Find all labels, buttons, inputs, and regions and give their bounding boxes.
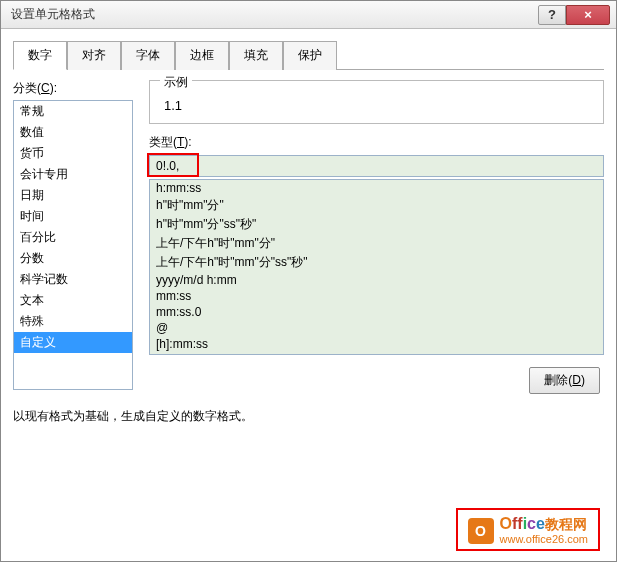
- category-item[interactable]: 日期: [14, 185, 132, 206]
- tab-strip: 数字 对齐 字体 边框 填充 保护: [13, 41, 604, 70]
- close-button[interactable]: ×: [566, 5, 610, 25]
- format-item[interactable]: 0!.000"千""元": [150, 352, 603, 355]
- format-item[interactable]: yyyy/m/d h:mm: [150, 272, 603, 288]
- example-legend: 示例: [160, 74, 192, 91]
- example-value: 1.1: [160, 98, 593, 113]
- hint-text: 以现有格式为基础，生成自定义的数字格式。: [13, 408, 604, 425]
- category-item[interactable]: 货币: [14, 143, 132, 164]
- format-item[interactable]: 上午/下午h"时"mm"分": [150, 234, 603, 253]
- category-list[interactable]: 常规 数值 货币 会计专用 日期 时间 百分比 分数 科学记数 文本 特殊 自定…: [13, 100, 133, 390]
- tab-fill[interactable]: 填充: [229, 41, 283, 70]
- help-button[interactable]: ?: [538, 5, 566, 25]
- tab-border[interactable]: 边框: [175, 41, 229, 70]
- tab-alignment[interactable]: 对齐: [67, 41, 121, 70]
- type-label: 类型(T):: [149, 134, 604, 151]
- format-item[interactable]: @: [150, 320, 603, 336]
- category-item[interactable]: 常规: [14, 101, 132, 122]
- titlebar-buttons: ? ×: [538, 5, 610, 25]
- format-item[interactable]: mm:ss.0: [150, 304, 603, 320]
- format-item[interactable]: 上午/下午h"时"mm"分"ss"秒": [150, 253, 603, 272]
- category-label: 分类(C):: [13, 80, 133, 97]
- watermark-text: Office教程网 www.office26.com: [500, 516, 588, 545]
- content-area: 分类(C): 常规 数值 货币 会计专用 日期 时间 百分比 分数 科学记数 文…: [13, 80, 604, 394]
- format-item[interactable]: h:mm:ss: [150, 180, 603, 196]
- titlebar: 设置单元格格式 ? ×: [1, 1, 616, 29]
- format-item[interactable]: mm:ss: [150, 288, 603, 304]
- category-column: 分类(C): 常规 数值 货币 会计专用 日期 时间 百分比 分数 科学记数 文…: [13, 80, 133, 394]
- format-item[interactable]: h"时"mm"分": [150, 196, 603, 215]
- watermark: O Office教程网 www.office26.com: [456, 508, 600, 551]
- category-item-custom[interactable]: 自定义: [14, 332, 132, 353]
- window-title: 设置单元格格式: [7, 6, 538, 23]
- type-input[interactable]: [149, 155, 604, 177]
- dialog-body: 数字 对齐 字体 边框 填充 保护 分类(C): 常规 数值 货币 会计专用 日…: [1, 29, 616, 561]
- watermark-icon: O: [468, 518, 494, 544]
- detail-column: 示例 1.1 类型(T): h:mm:ss h"时"mm"分" h"时"mm"分…: [149, 80, 604, 394]
- category-item[interactable]: 特殊: [14, 311, 132, 332]
- format-list[interactable]: h:mm:ss h"时"mm"分" h"时"mm"分"ss"秒" 上午/下午h"…: [149, 179, 604, 355]
- format-cells-dialog: 设置单元格格式 ? × 数字 对齐 字体 边框 填充 保护 分类(C): 常规 …: [0, 0, 617, 562]
- tab-number[interactable]: 数字: [13, 41, 67, 70]
- format-item[interactable]: [h]:mm:ss: [150, 336, 603, 352]
- category-item[interactable]: 文本: [14, 290, 132, 311]
- tab-font[interactable]: 字体: [121, 41, 175, 70]
- delete-row: 删除(D): [149, 367, 604, 394]
- delete-button[interactable]: 删除(D): [529, 367, 600, 394]
- category-item[interactable]: 分数: [14, 248, 132, 269]
- category-item[interactable]: 时间: [14, 206, 132, 227]
- example-box: 示例 1.1: [149, 80, 604, 124]
- category-item[interactable]: 百分比: [14, 227, 132, 248]
- category-item[interactable]: 会计专用: [14, 164, 132, 185]
- watermark-url: www.office26.com: [500, 534, 588, 545]
- category-item[interactable]: 数值: [14, 122, 132, 143]
- category-item[interactable]: 科学记数: [14, 269, 132, 290]
- type-input-wrapper: [149, 155, 604, 177]
- format-item[interactable]: h"时"mm"分"ss"秒": [150, 215, 603, 234]
- tab-protection[interactable]: 保护: [283, 41, 337, 70]
- watermark-brand: Office教程网: [500, 516, 588, 532]
